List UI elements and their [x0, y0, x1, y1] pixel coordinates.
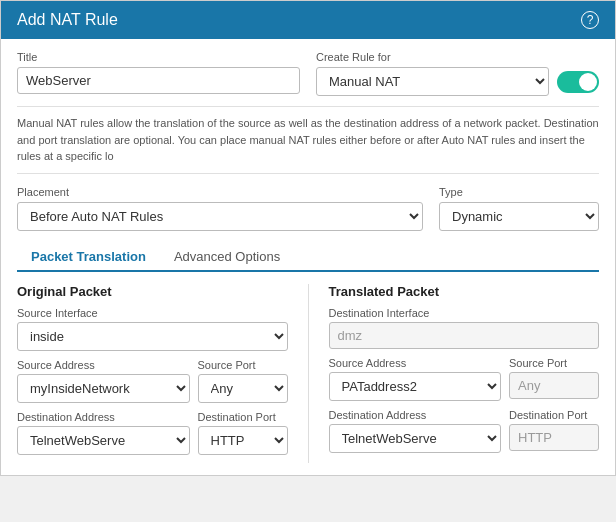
tab-advanced-options[interactable]: Advanced Options [160, 243, 294, 272]
orig-dest-port-select[interactable]: HTTP [198, 426, 288, 455]
translated-packet-col: Translated Packet Destination Interface … [329, 284, 600, 463]
help-icon[interactable]: ? [581, 11, 599, 29]
toggle-switch[interactable] [557, 71, 599, 93]
description-text: Manual NAT rules allow the translation o… [17, 106, 599, 174]
orig-source-port-label: Source Port [198, 359, 288, 371]
trans-dest-interface-label: Destination Interface [329, 307, 600, 319]
trans-source-port-input [509, 372, 599, 399]
translated-packet-heading: Translated Packet [329, 284, 600, 299]
orig-source-port-field: Source Port Any [198, 359, 288, 403]
add-nat-rule-dialog: Add NAT Rule ? Title Create Rule for Man… [0, 0, 616, 476]
orig-source-row: Source Address myInsideNetwork Source Po… [17, 359, 288, 411]
trans-dest-address-label: Destination Address [329, 409, 502, 421]
orig-source-interface-label: Source Interface [17, 307, 288, 319]
trans-dest-address-field: Destination Address TelnetWebServe [329, 409, 502, 453]
orig-dest-address-field: Destination Address TelnetWebServe [17, 411, 190, 455]
title-input[interactable] [17, 67, 300, 94]
trans-dest-port-input [509, 424, 599, 451]
trans-dest-row: Destination Address TelnetWebServe Desti… [329, 409, 600, 461]
placement-type-row: Placement Before Auto NAT Rules After Au… [17, 186, 599, 231]
trans-source-address-select[interactable]: PATaddress2 [329, 372, 502, 401]
placement-label: Placement [17, 186, 423, 198]
placement-select[interactable]: Before Auto NAT Rules After Auto NAT Rul… [17, 202, 423, 231]
dialog-title: Add NAT Rule [17, 11, 118, 29]
dialog-header: Add NAT Rule ? [1, 1, 615, 39]
create-rule-inner: Manual NAT Auto NAT [316, 67, 599, 96]
title-field-group: Title [17, 51, 300, 96]
title-label: Title [17, 51, 300, 63]
create-rule-label: Create Rule for [316, 51, 599, 63]
placement-field-group: Placement Before Auto NAT Rules After Au… [17, 186, 423, 231]
type-field-group: Type Dynamic Static [439, 186, 599, 231]
orig-dest-port-label: Destination Port [198, 411, 288, 423]
type-select[interactable]: Dynamic Static [439, 202, 599, 231]
original-packet-col: Original Packet Source Interface inside … [17, 284, 288, 463]
orig-dest-address-label: Destination Address [17, 411, 190, 423]
orig-dest-port-field: Destination Port HTTP [198, 411, 288, 455]
trans-source-address-label: Source Address [329, 357, 502, 369]
orig-dest-address-select[interactable]: TelnetWebServe [17, 426, 190, 455]
dialog-body: Title Create Rule for Manual NAT Auto NA… [1, 39, 615, 475]
orig-source-port-select[interactable]: Any [198, 374, 288, 403]
trans-dest-interface-field: Destination Interface [329, 307, 600, 349]
orig-source-address-field: Source Address myInsideNetwork [17, 359, 190, 403]
type-label: Type [439, 186, 599, 198]
tab-packet-translation[interactable]: Packet Translation [17, 243, 160, 272]
trans-source-port-field: Source Port [509, 357, 599, 401]
orig-source-interface-field: Source Interface inside [17, 307, 288, 351]
orig-source-address-label: Source Address [17, 359, 190, 371]
trans-dest-interface-input [329, 322, 600, 349]
title-create-row: Title Create Rule for Manual NAT Auto NA… [17, 51, 599, 96]
tabs-bar: Packet Translation Advanced Options [17, 243, 599, 272]
trans-source-address-field: Source Address PATaddress2 [329, 357, 502, 401]
orig-source-interface-select[interactable]: inside [17, 322, 288, 351]
trans-dest-address-select[interactable]: TelnetWebServe [329, 424, 502, 453]
trans-source-port-label: Source Port [509, 357, 599, 369]
trans-dest-port-field: Destination Port [509, 409, 599, 453]
create-rule-select[interactable]: Manual NAT Auto NAT [316, 67, 549, 96]
trans-source-row: Source Address PATaddress2 Source Port [329, 357, 600, 409]
column-divider [308, 284, 309, 463]
original-packet-heading: Original Packet [17, 284, 288, 299]
create-rule-field-group: Create Rule for Manual NAT Auto NAT [316, 51, 599, 96]
packet-translation-section: Original Packet Source Interface inside … [17, 284, 599, 463]
trans-dest-port-label: Destination Port [509, 409, 599, 421]
orig-dest-row: Destination Address TelnetWebServe Desti… [17, 411, 288, 463]
orig-source-address-select[interactable]: myInsideNetwork [17, 374, 190, 403]
